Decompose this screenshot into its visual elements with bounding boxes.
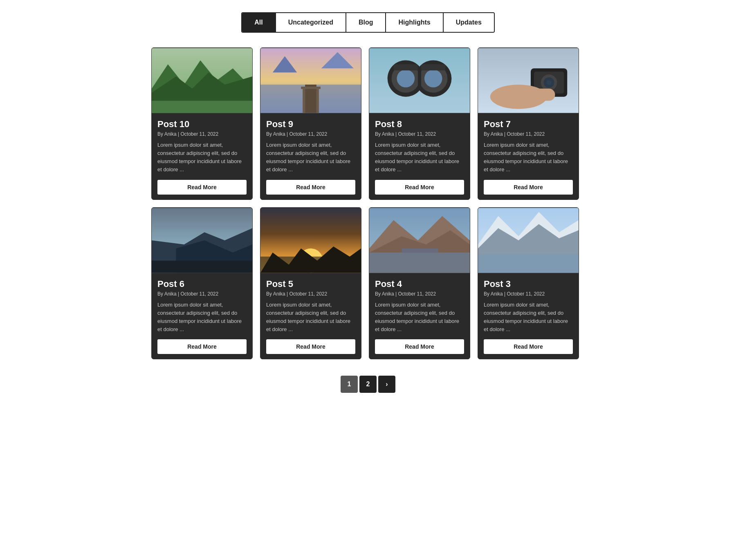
read-more-button[interactable]: Read More — [157, 339, 247, 354]
svg-point-27 — [547, 80, 552, 85]
post-card-post-10: Post 10 By Anika | October 11, 2022 Lore… — [151, 47, 253, 200]
post-title: Post 4 — [375, 279, 464, 289]
svg-rect-21 — [421, 64, 446, 70]
post-excerpt: Lorem ipsum dolor sit amet, consectetur … — [157, 301, 247, 334]
read-more-button[interactable]: Read More — [266, 180, 355, 195]
post-meta: By Anika | October 11, 2022 — [157, 291, 247, 297]
svg-rect-42 — [402, 248, 438, 252]
read-more-button[interactable]: Read More — [484, 339, 573, 354]
post-meta: By Anika | October 11, 2022 — [266, 131, 355, 137]
filter-tab-all[interactable]: All — [242, 13, 276, 32]
post-title: Post 3 — [484, 279, 573, 289]
svg-rect-33 — [152, 260, 252, 273]
post-image-post-5 — [260, 208, 361, 273]
post-excerpt: Lorem ipsum dolor sit amet, consectetur … — [484, 141, 573, 174]
svg-rect-10 — [303, 89, 305, 113]
post-excerpt: Lorem ipsum dolor sit amet, consectetur … — [375, 141, 464, 174]
read-more-button[interactable]: Read More — [266, 339, 355, 354]
svg-point-17 — [397, 69, 415, 87]
filter-tabs: AllUncategorizedBlogHighlightsUpdates — [241, 12, 495, 33]
post-card-body: Post 9 By Anika | October 11, 2022 Lorem… — [260, 113, 361, 199]
read-more-button[interactable]: Read More — [157, 180, 247, 195]
post-image-post-9 — [260, 48, 361, 113]
post-card-post-3: Post 3 By Anika | October 11, 2022 Lorem… — [478, 207, 579, 360]
pagination: 12› — [341, 376, 395, 393]
posts-grid: Post 10 By Anika | October 11, 2022 Lore… — [151, 47, 585, 359]
post-excerpt: Lorem ipsum dolor sit amet, consectetur … — [266, 141, 355, 174]
pagination-next-button[interactable]: › — [378, 376, 395, 393]
post-title: Post 7 — [484, 119, 573, 130]
svg-rect-11 — [316, 89, 319, 113]
svg-rect-3 — [152, 101, 252, 113]
filter-tab-highlights[interactable]: Highlights — [386, 13, 443, 32]
svg-rect-41 — [369, 252, 470, 273]
post-meta: By Anika | October 11, 2022 — [157, 131, 247, 137]
filter-tab-updates[interactable]: Updates — [444, 13, 494, 32]
post-card-post-6: Post 6 By Anika | October 11, 2022 Lorem… — [151, 207, 253, 360]
post-card-body: Post 6 By Anika | October 11, 2022 Lorem… — [152, 273, 252, 359]
post-excerpt: Lorem ipsum dolor sit amet, consectetur … — [484, 301, 573, 334]
post-card-body: Post 4 By Anika | October 11, 2022 Lorem… — [369, 273, 470, 359]
read-more-button[interactable]: Read More — [484, 180, 573, 195]
post-image-post-4 — [369, 208, 470, 273]
post-meta: By Anika | October 11, 2022 — [375, 131, 464, 137]
post-card-body: Post 10 By Anika | October 11, 2022 Lore… — [152, 113, 252, 199]
post-meta: By Anika | October 11, 2022 — [266, 291, 355, 297]
post-card-post-5: Post 5 By Anika | October 11, 2022 Lorem… — [260, 207, 361, 360]
read-more-button[interactable]: Read More — [375, 180, 464, 195]
post-image-post-3 — [478, 208, 579, 273]
post-card-post-7: Post 7 By Anika | October 11, 2022 Lorem… — [478, 47, 579, 200]
page-button-1[interactable]: 1 — [341, 376, 358, 393]
post-title: Post 8 — [375, 119, 464, 130]
read-more-button[interactable]: Read More — [375, 339, 464, 354]
post-meta: By Anika | October 11, 2022 — [375, 291, 464, 297]
post-excerpt: Lorem ipsum dolor sit amet, consectetur … — [375, 301, 464, 334]
post-image-post-6 — [152, 208, 252, 273]
post-card-body: Post 5 By Anika | October 11, 2022 Lorem… — [260, 273, 361, 359]
svg-rect-9 — [301, 87, 321, 89]
svg-rect-46 — [478, 254, 579, 273]
filter-tab-blog[interactable]: Blog — [346, 13, 386, 32]
post-card-body: Post 7 By Anika | October 11, 2022 Lorem… — [478, 113, 579, 199]
post-card-post-9: Post 9 By Anika | October 11, 2022 Lorem… — [260, 47, 361, 200]
filter-tab-uncategorized[interactable]: Uncategorized — [276, 13, 346, 32]
post-title: Post 5 — [266, 279, 355, 289]
post-card-post-8: Post 8 By Anika | October 11, 2022 Lorem… — [369, 47, 470, 200]
post-image-post-7 — [478, 48, 579, 113]
svg-rect-29 — [498, 89, 555, 101]
post-card-body: Post 8 By Anika | October 11, 2022 Lorem… — [369, 113, 470, 199]
svg-point-18 — [424, 69, 442, 87]
post-card-post-4: Post 4 By Anika | October 11, 2022 Lorem… — [369, 207, 470, 360]
post-meta: By Anika | October 11, 2022 — [484, 131, 573, 137]
post-excerpt: Lorem ipsum dolor sit amet, consectetur … — [157, 141, 247, 174]
post-excerpt: Lorem ipsum dolor sit amet, consectetur … — [266, 301, 355, 334]
page-button-2[interactable]: 2 — [359, 376, 377, 393]
post-image-post-8 — [369, 48, 470, 113]
post-image-post-10 — [152, 48, 252, 113]
post-title: Post 6 — [157, 279, 247, 289]
post-card-body: Post 3 By Anika | October 11, 2022 Lorem… — [478, 273, 579, 359]
post-title: Post 10 — [157, 119, 247, 130]
svg-rect-20 — [394, 64, 418, 70]
post-meta: By Anika | October 11, 2022 — [484, 291, 573, 297]
svg-rect-19 — [418, 70, 421, 87]
post-title: Post 9 — [266, 119, 355, 130]
